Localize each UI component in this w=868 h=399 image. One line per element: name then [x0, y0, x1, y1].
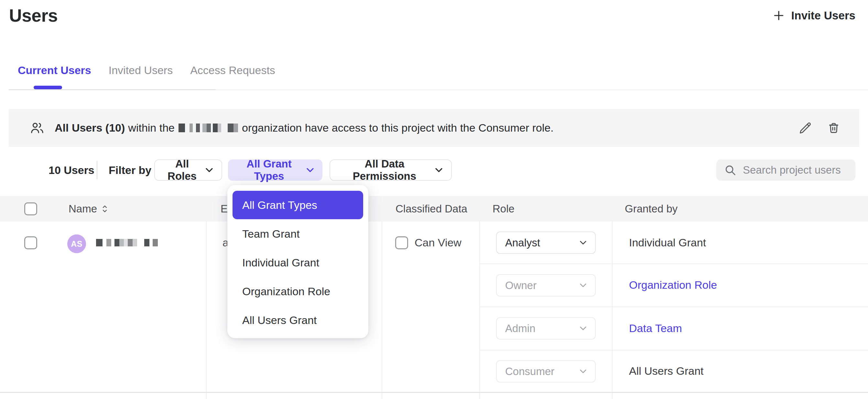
- search-icon: [724, 164, 736, 176]
- plus-icon: [773, 9, 785, 22]
- classified-data-cell: Can View: [395, 221, 462, 264]
- grant-types-menu: All Grant Types Team Grant Individual Gr…: [227, 185, 368, 338]
- column-separator: [206, 221, 207, 399]
- granted-by-link[interactable]: Organization Role: [629, 264, 717, 307]
- column-header-classified-data: Classified Data: [396, 196, 467, 221]
- redacted-org-name: [179, 124, 238, 132]
- column-header-role: Role: [493, 196, 515, 221]
- redacted-user-name: [96, 221, 158, 264]
- row-bottom-border: [0, 392, 868, 393]
- tab-divider-line-dark: [9, 89, 216, 90]
- chevron-down-icon: [580, 326, 587, 331]
- column-separator: [479, 221, 480, 399]
- banner-actions: [799, 121, 840, 135]
- tab-current-users[interactable]: Current Users: [18, 64, 91, 76]
- granted-by-value: Individual Grant: [629, 221, 706, 264]
- all-roles-filter[interactable]: All Roles: [154, 159, 222, 181]
- trash-icon: [827, 121, 840, 135]
- tab-invited-users[interactable]: Invited Users: [108, 64, 173, 76]
- menu-item-team-grant[interactable]: Team Grant: [232, 219, 363, 248]
- menu-item-organization-role[interactable]: Organization Role: [232, 277, 363, 306]
- tab-access-requests[interactable]: Access Requests: [190, 64, 275, 76]
- chevron-down-icon: [306, 167, 314, 173]
- role-select-consumer[interactable]: Consumer: [496, 360, 596, 382]
- column-header-granted-by: Granted by: [625, 196, 678, 221]
- tab-bar: Current Users Invited Users Access Reque…: [18, 64, 275, 76]
- column-separator: [382, 221, 382, 399]
- can-view-label: Can View: [414, 236, 462, 249]
- all-data-permissions-filter[interactable]: All Data Permissions: [330, 159, 452, 181]
- column-separator: [612, 221, 613, 399]
- toolbar-divider: [97, 161, 97, 179]
- all-grant-types-filter[interactable]: All Grant Types: [228, 159, 322, 181]
- all-data-permissions-label: All Data Permissions: [339, 158, 430, 182]
- avatar: AS: [67, 235, 86, 253]
- menu-item-all-grant-types[interactable]: All Grant Types: [232, 191, 363, 219]
- search-box[interactable]: [716, 159, 856, 181]
- select-all-checkbox[interactable]: [24, 203, 37, 215]
- chevron-down-icon: [580, 283, 587, 288]
- can-view-checkbox[interactable]: [395, 236, 408, 249]
- banner-text: All Users (10) within the organization h…: [55, 122, 554, 134]
- chevron-down-icon: [205, 167, 213, 173]
- users-group-icon: [29, 121, 45, 135]
- table-header: Name Email Classified Data Role Granted …: [0, 196, 868, 221]
- all-grant-types-label: All Grant Types: [237, 158, 302, 182]
- chevron-down-icon: [580, 369, 587, 374]
- pencil-icon: [799, 121, 812, 135]
- column-header-name[interactable]: Name: [68, 196, 108, 221]
- role-select-analyst[interactable]: Analyst: [496, 232, 596, 254]
- users-page: Users Invite Users Current Users Invited…: [0, 0, 868, 399]
- invite-users-label: Invite Users: [792, 9, 856, 22]
- active-tab-indicator: [34, 86, 62, 89]
- banner-text-after: organization have access to this project…: [242, 122, 554, 134]
- invite-users-button[interactable]: Invite Users: [773, 9, 856, 22]
- role-select-owner[interactable]: Owner: [496, 274, 596, 297]
- user-count: 10 Users: [49, 159, 94, 181]
- sort-icon[interactable]: [101, 204, 108, 214]
- page-title: Users: [9, 5, 58, 26]
- banner-bold-text: All Users (10): [55, 122, 125, 134]
- granted-by-value: All Users Grant: [629, 350, 704, 392]
- menu-item-individual-grant[interactable]: Individual Grant: [232, 248, 363, 277]
- chevron-down-icon: [580, 240, 587, 245]
- row-checkbox[interactable]: [24, 236, 37, 249]
- menu-item-all-users-grant[interactable]: All Users Grant: [232, 306, 363, 334]
- search-input[interactable]: [743, 164, 848, 176]
- filter-by-label: Filter by: [108, 159, 151, 181]
- edit-button[interactable]: [799, 121, 812, 135]
- granted-by-link[interactable]: Data Team: [629, 307, 682, 350]
- delete-button[interactable]: [827, 121, 840, 135]
- banner-text-before: within the: [128, 122, 175, 134]
- all-users-banner: All Users (10) within the organization h…: [9, 109, 859, 147]
- all-roles-label: All Roles: [163, 158, 201, 182]
- role-select-admin[interactable]: Admin: [496, 317, 596, 339]
- chevron-down-icon: [435, 167, 443, 173]
